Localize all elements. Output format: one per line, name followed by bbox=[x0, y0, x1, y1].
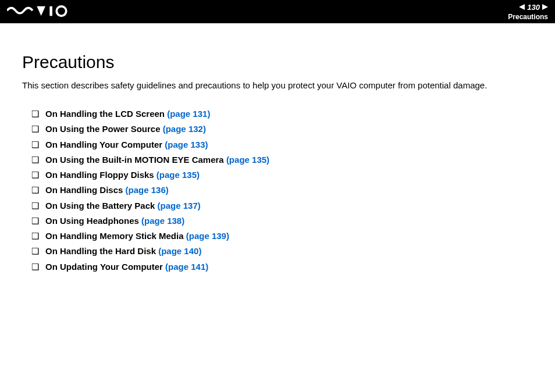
svg-point-1 bbox=[56, 6, 66, 16]
page-link[interactable]: (page 137) bbox=[158, 201, 201, 211]
toc-title: On Using the Built-in MOTION EYE Camera bbox=[45, 155, 226, 165]
toc-item: On Using Headphones (page 138) bbox=[31, 213, 533, 229]
toc-item: On Handling the LCD Screen (page 131) bbox=[31, 106, 533, 122]
vaio-logo-icon bbox=[7, 5, 81, 18]
page-number: 130 bbox=[526, 3, 541, 12]
toc-title: On Handling Floppy Disks bbox=[45, 170, 156, 180]
toc-item: On Handling Discs (page 136) bbox=[31, 183, 533, 198]
toc-title: On Handling Discs bbox=[45, 185, 126, 195]
toc-title: On Handling Your Computer bbox=[45, 140, 165, 149]
svg-rect-0 bbox=[49, 6, 52, 16]
toc-list: On Handling the LCD Screen (page 131) On… bbox=[22, 106, 533, 275]
toc-title: On Using Headphones bbox=[45, 216, 141, 226]
header-bar: 130 Precautions bbox=[0, 0, 555, 23]
toc-title: On Using the Power Source bbox=[45, 124, 163, 134]
page-link[interactable]: (page 139) bbox=[186, 231, 229, 241]
page-link[interactable]: (page 135) bbox=[226, 155, 269, 165]
page-link[interactable]: (page 135) bbox=[156, 170, 200, 180]
toc-title: On Handling the Hard Disk bbox=[45, 246, 158, 256]
page-nav: 130 bbox=[508, 3, 548, 12]
toc-item: On Using the Power Source (page 132) bbox=[31, 122, 533, 137]
toc-title: On Handling Memory Stick Media bbox=[45, 231, 186, 241]
nav-prev-icon[interactable] bbox=[519, 4, 525, 10]
toc-item: On Using the Battery Pack (page 137) bbox=[31, 198, 533, 213]
vaio-logo bbox=[7, 5, 81, 18]
page-link[interactable]: (page 141) bbox=[165, 262, 208, 272]
toc-title: On Handling the LCD Screen bbox=[45, 109, 167, 119]
toc-title: On Using the Battery Pack bbox=[45, 201, 158, 211]
page-link[interactable]: (page 132) bbox=[163, 124, 206, 134]
page-title: Precautions bbox=[22, 52, 533, 72]
nav-next-icon[interactable] bbox=[542, 4, 548, 10]
page-link[interactable]: (page 136) bbox=[126, 185, 169, 195]
toc-title: On Updating Your Computer bbox=[45, 262, 165, 272]
toc-item: On Using the Built-in MOTION EYE Camera … bbox=[31, 152, 533, 168]
toc-item: On Handling the Hard Disk (page 140) bbox=[31, 244, 533, 259]
page-link[interactable]: (page 138) bbox=[141, 216, 184, 226]
toc-item: On Updating Your Computer (page 141) bbox=[31, 259, 533, 275]
page-link[interactable]: (page 140) bbox=[158, 246, 201, 256]
page-link[interactable]: (page 131) bbox=[167, 109, 210, 119]
content-area: Precautions This section describes safet… bbox=[0, 23, 555, 275]
toc-item: On Handling Floppy Disks (page 135) bbox=[31, 168, 533, 183]
page-link[interactable]: (page 133) bbox=[165, 140, 208, 149]
intro-text: This section describes safety guidelines… bbox=[22, 80, 533, 90]
toc-item: On Handling Memory Stick Media (page 139… bbox=[31, 229, 533, 244]
toc-item: On Handling Your Computer (page 133) bbox=[31, 137, 533, 152]
header-right: 130 Precautions bbox=[508, 3, 548, 21]
breadcrumb: Precautions bbox=[508, 13, 548, 21]
